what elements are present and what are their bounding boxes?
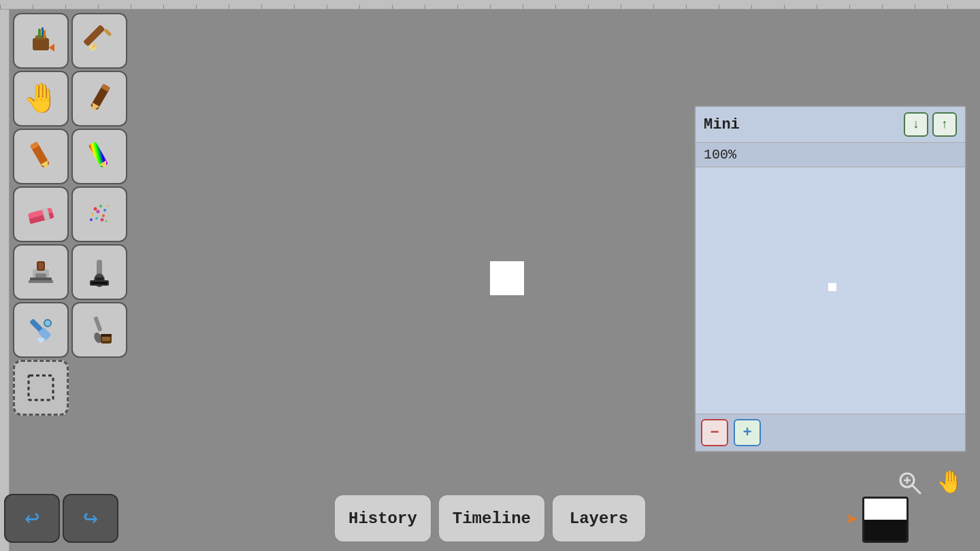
pencil-dark-tool[interactable] — [71, 71, 127, 127]
svg-point-25 — [97, 210, 100, 214]
bottom-toolbar: History Timeline Layers — [0, 486, 980, 551]
mini-panel-header: Mini ↓ ↑ — [696, 107, 965, 143]
tool-row-1: 🤚 — [13, 71, 142, 127]
history-tab-label: History — [348, 510, 417, 528]
mini-panel-buttons: ↓ ↑ — [904, 112, 957, 137]
svg-point-22 — [99, 205, 102, 207]
svg-point-27 — [95, 217, 98, 220]
hand-move-tool[interactable]: 🤚 — [13, 71, 69, 127]
svg-point-26 — [102, 214, 105, 217]
svg-point-30 — [107, 205, 109, 207]
history-tab[interactable]: History — [333, 494, 432, 543]
arrow-up-icon: ↑ — [941, 118, 949, 131]
hand-pan-icon: 🤚 — [936, 469, 964, 496]
mini-panel-down-button[interactable]: ↓ — [904, 112, 928, 137]
svg-rect-2 — [38, 29, 41, 38]
svg-point-23 — [103, 209, 106, 212]
mini-panel-up-button[interactable]: ↑ — [932, 112, 957, 137]
tool-row-5 — [13, 302, 142, 358]
palette-tool[interactable] — [13, 13, 69, 69]
pencil-brown-tool[interactable] — [71, 13, 127, 69]
svg-rect-52 — [29, 375, 53, 400]
svg-point-24 — [91, 213, 94, 216]
svg-rect-42 — [91, 282, 108, 284]
svg-rect-37 — [29, 280, 53, 283]
color-area: ➤ — [846, 497, 909, 543]
tool-row-3 — [13, 186, 142, 242]
mini-panel-minus-button[interactable]: − — [701, 419, 728, 446]
drawing-canvas — [490, 261, 524, 295]
svg-rect-33 — [35, 273, 46, 278]
tool-row-6 — [13, 360, 142, 416]
svg-point-21 — [94, 207, 97, 211]
spray-tool[interactable] — [71, 186, 127, 242]
ruler-left — [0, 10, 10, 551]
left-toolbar: 🤚 — [10, 10, 146, 551]
mini-panel-footer: − + — [696, 414, 965, 451]
svg-rect-0 — [33, 38, 49, 50]
mini-canvas-preview-dot — [828, 283, 836, 291]
pan-button[interactable]: 🤚 — [932, 465, 968, 500]
hand-icon: 🤚 — [23, 81, 59, 116]
zoom-button[interactable] — [892, 465, 927, 500]
svg-rect-4 — [42, 27, 44, 36]
eraser-tool[interactable] — [13, 186, 69, 242]
tool-row-2 — [13, 129, 142, 184]
arrow-right-icon: ➤ — [846, 507, 858, 533]
mini-panel: Mini ↓ ↑ 100% − + — [694, 105, 966, 452]
svg-rect-3 — [44, 30, 46, 38]
stamp-tool[interactable] — [13, 244, 69, 300]
tool-row-4 — [13, 244, 142, 300]
svg-rect-9 — [103, 29, 112, 37]
bottom-right-tools: 🤚 — [892, 465, 968, 500]
mini-panel-title: Mini — [704, 116, 740, 133]
mini-panel-zoom: 100% — [696, 143, 965, 167]
svg-point-31 — [105, 220, 108, 222]
plus-icon: + — [742, 424, 751, 441]
timeline-tab[interactable]: Timeline — [438, 494, 546, 543]
svg-rect-51 — [101, 334, 112, 337]
svg-line-54 — [912, 485, 920, 493]
svg-point-28 — [101, 218, 104, 222]
svg-rect-35 — [38, 263, 44, 269]
timeline-tab-label: Timeline — [453, 510, 531, 528]
tool-row-0 — [13, 13, 142, 69]
arrow-down-icon: ↓ — [913, 118, 920, 131]
mini-panel-content — [696, 167, 965, 430]
layers-tab-label: Layers — [570, 510, 628, 528]
pencil-orange-tool[interactable] — [13, 129, 69, 184]
svg-point-46 — [44, 320, 51, 327]
ruler-top — [0, 0, 980, 10]
svg-point-29 — [90, 218, 93, 221]
ink-brush-tool[interactable] — [71, 244, 127, 300]
mini-panel-plus-button[interactable]: + — [734, 419, 761, 446]
rainbow-pencil-tool[interactable] — [71, 129, 127, 184]
brush-inkpot-tool[interactable] — [71, 302, 127, 358]
svg-rect-47 — [93, 316, 102, 332]
svg-rect-50 — [102, 337, 110, 341]
minus-icon: − — [710, 424, 719, 441]
eyedropper-tool[interactable] — [13, 302, 69, 358]
svg-marker-45 — [37, 338, 45, 344]
color-swatch[interactable] — [862, 497, 909, 543]
selection-tool[interactable] — [13, 360, 69, 416]
layers-tab[interactable]: Layers — [551, 494, 647, 543]
svg-marker-5 — [49, 44, 54, 52]
